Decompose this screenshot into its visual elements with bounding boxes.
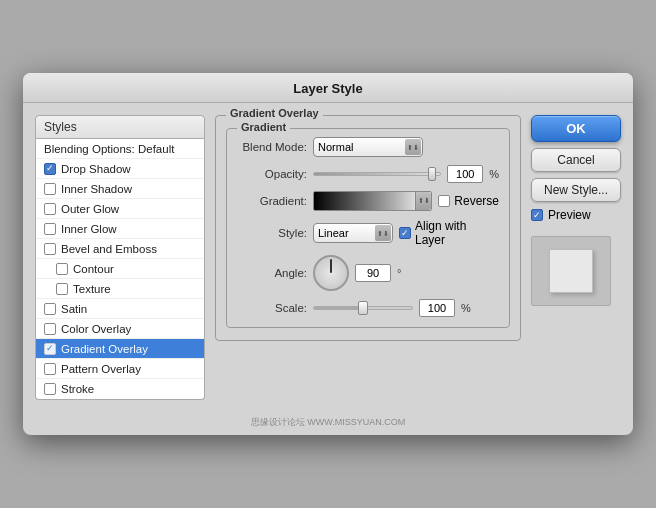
list-item-gradient-overlay[interactable]: Gradient Overlay [36, 339, 204, 359]
inner-shadow-label: Inner Shadow [61, 183, 132, 195]
gradient-inner-group-title: Gradient [237, 121, 290, 133]
scale-slider-thumb [358, 301, 368, 315]
opacity-label: Opacity: [237, 168, 307, 180]
style-row: Style: Linear Radial Angle Reflected Dia… [237, 219, 499, 247]
stroke-checkbox[interactable] [44, 383, 56, 395]
reverse-row: Reverse [438, 194, 499, 208]
angle-label: Angle: [237, 267, 307, 279]
dialog-title: Layer Style [293, 81, 362, 96]
gradient-overlay-label: Gradient Overlay [61, 343, 148, 355]
texture-label: Texture [73, 283, 111, 295]
title-bar: Layer Style [23, 73, 633, 103]
bevel-emboss-checkbox[interactable] [44, 243, 56, 255]
list-item-contour[interactable]: Contour [36, 259, 204, 279]
left-list: Blending Options: Default Drop Shadow In… [35, 139, 205, 400]
align-with-layer-checkbox[interactable] [399, 227, 411, 239]
preview-square [549, 249, 593, 293]
gradient-overlay-group: Gradient Overlay Gradient Blend Mode: No… [215, 115, 521, 341]
list-item-pattern-overlay[interactable]: Pattern Overlay [36, 359, 204, 379]
align-with-layer-row: Align with Layer [399, 219, 499, 247]
opacity-row: Opacity: % [237, 165, 499, 183]
opacity-track [313, 172, 441, 176]
new-style-button[interactable]: New Style... [531, 178, 621, 202]
list-item-color-overlay[interactable]: Color Overlay [36, 319, 204, 339]
style-label: Style: [237, 227, 307, 239]
drop-shadow-label: Drop Shadow [61, 163, 131, 175]
outer-glow-checkbox[interactable] [44, 203, 56, 215]
scale-row: Scale: % [237, 299, 499, 317]
contour-label: Contour [73, 263, 114, 275]
layer-style-dialog: Layer Style Styles Blending Options: Def… [23, 73, 633, 435]
list-item-inner-glow[interactable]: Inner Glow [36, 219, 204, 239]
watermark: 思缘设计论坛 WWW.MISSYUAN.COM [23, 412, 633, 435]
style-select-wrapper: Linear Radial Angle Reflected Diamond [313, 223, 393, 243]
list-item-bevel-emboss[interactable]: Bevel and Emboss [36, 239, 204, 259]
list-item-stroke[interactable]: Stroke [36, 379, 204, 399]
style-select[interactable]: Linear Radial Angle Reflected Diamond [313, 223, 393, 243]
reverse-label: Reverse [454, 194, 499, 208]
gradient-row: Gradient: Reverse [237, 191, 499, 211]
angle-dial[interactable] [313, 255, 349, 291]
scale-label: Scale: [237, 302, 307, 314]
styles-header[interactable]: Styles [35, 115, 205, 139]
preview-row: Preview [531, 208, 621, 222]
reverse-checkbox[interactable] [438, 195, 450, 207]
left-panel: Styles Blending Options: Default Drop Sh… [35, 115, 205, 400]
gradient-label: Gradient: [237, 195, 307, 207]
blend-mode-label: Blend Mode: [237, 141, 307, 153]
gradient-inner-group: Gradient Blend Mode: Normal Dissolve Mul… [226, 128, 510, 328]
gradient-dropdown-arrow[interactable] [415, 192, 431, 210]
inner-shadow-checkbox[interactable] [44, 183, 56, 195]
scale-slider-fill [314, 307, 363, 309]
blend-mode-select-wrapper: Normal Dissolve Multiply Screen Overlay [313, 137, 423, 157]
contour-checkbox[interactable] [56, 263, 68, 275]
opacity-slider[interactable] [313, 165, 441, 183]
scale-unit: % [461, 302, 471, 314]
drop-shadow-checkbox[interactable] [44, 163, 56, 175]
ok-button[interactable]: OK [531, 115, 621, 142]
texture-checkbox[interactable] [56, 283, 68, 295]
blend-mode-select[interactable]: Normal Dissolve Multiply Screen Overlay [313, 137, 423, 157]
angle-unit: ° [397, 267, 401, 279]
gradient-overlay-group-title: Gradient Overlay [226, 107, 323, 119]
satin-checkbox[interactable] [44, 303, 56, 315]
color-overlay-label: Color Overlay [61, 323, 131, 335]
angle-row: Angle: ° [237, 255, 499, 291]
list-item-blending-options[interactable]: Blending Options: Default [36, 139, 204, 159]
preview-checkbox[interactable] [531, 209, 543, 221]
blend-mode-row: Blend Mode: Normal Dissolve Multiply Scr… [237, 137, 499, 157]
list-item-texture[interactable]: Texture [36, 279, 204, 299]
pattern-overlay-checkbox[interactable] [44, 363, 56, 375]
scale-slider[interactable] [313, 306, 413, 310]
list-item-inner-shadow[interactable]: Inner Shadow [36, 179, 204, 199]
list-item-drop-shadow[interactable]: Drop Shadow [36, 159, 204, 179]
color-overlay-checkbox[interactable] [44, 323, 56, 335]
preview-label: Preview [548, 208, 591, 222]
right-panel: OK Cancel New Style... Preview [531, 115, 621, 400]
bevel-emboss-label: Bevel and Emboss [61, 243, 157, 255]
list-item-outer-glow[interactable]: Outer Glow [36, 199, 204, 219]
satin-label: Satin [61, 303, 87, 315]
gradient-swatch[interactable] [313, 191, 432, 211]
stroke-label: Stroke [61, 383, 94, 395]
opacity-unit: % [489, 168, 499, 180]
opacity-input[interactable] [447, 165, 483, 183]
blending-options-label: Blending Options: Default [44, 143, 174, 155]
inner-glow-label: Inner Glow [61, 223, 117, 235]
outer-glow-label: Outer Glow [61, 203, 119, 215]
gradient-overlay-checkbox[interactable] [44, 343, 56, 355]
align-with-layer-label: Align with Layer [415, 219, 499, 247]
dialog-body: Styles Blending Options: Default Drop Sh… [23, 103, 633, 412]
scale-input[interactable] [419, 299, 455, 317]
inner-glow-checkbox[interactable] [44, 223, 56, 235]
list-item-satin[interactable]: Satin [36, 299, 204, 319]
pattern-overlay-label: Pattern Overlay [61, 363, 141, 375]
preview-area [531, 236, 611, 306]
angle-input[interactable] [355, 264, 391, 282]
center-panel: Gradient Overlay Gradient Blend Mode: No… [215, 115, 521, 400]
opacity-thumb [428, 167, 436, 181]
cancel-button[interactable]: Cancel [531, 148, 621, 172]
